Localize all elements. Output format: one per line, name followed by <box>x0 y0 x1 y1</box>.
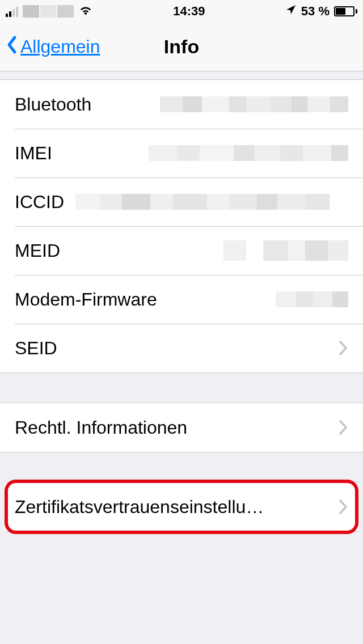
group-spacer <box>0 71 363 79</box>
cert-group: Zertifikatsvertrauenseinstellu… <box>5 482 358 532</box>
info-group: Bluetooth IMEI ICCID MEID Modem-Firmware <box>0 79 363 373</box>
highlighted-row-wrap: Zertifikatsvertrauenseinstellu… <box>0 482 363 532</box>
cellular-signal-icon <box>6 6 18 17</box>
group-spacer <box>0 373 363 402</box>
row-label: IMEI <box>15 143 52 164</box>
row-label: Modem-Firmware <box>15 289 157 310</box>
row-legal[interactable]: Rechtl. Informationen <box>0 403 363 452</box>
value-redacted <box>276 291 348 307</box>
carrier-redacted <box>23 5 74 18</box>
content: Bluetooth IMEI ICCID MEID Modem-Firmware <box>0 71 363 644</box>
row-label: MEID <box>15 240 60 261</box>
status-right: 53 % <box>285 4 357 19</box>
wifi-icon <box>78 4 93 19</box>
row-bluetooth: Bluetooth <box>0 80 363 129</box>
value-redacted <box>223 240 348 261</box>
chevron-right-icon <box>338 498 348 515</box>
location-icon <box>285 4 297 19</box>
legal-group: Rechtl. Informationen <box>0 402 363 452</box>
row-label: SEID <box>15 338 57 359</box>
group-spacer <box>0 532 363 540</box>
row-label: Zertifikatsvertrauenseinstellu… <box>15 497 264 518</box>
back-button[interactable]: Allgemein <box>0 35 100 59</box>
chevron-left-icon <box>6 35 18 59</box>
status-left <box>6 4 93 19</box>
status-bar: 14:39 53 % <box>0 0 363 23</box>
chevron-right-icon <box>338 419 348 436</box>
chevron-right-icon <box>338 340 348 357</box>
battery-percent: 53 % <box>301 4 330 19</box>
row-imei: IMEI <box>0 129 363 177</box>
row-label: Rechtl. Informationen <box>15 417 187 438</box>
value-redacted <box>149 145 348 161</box>
row-label: Bluetooth <box>15 94 91 115</box>
row-label: ICCID <box>15 192 64 213</box>
row-modem-firmware: Modem-Firmware <box>0 275 363 324</box>
group-spacer <box>0 452 363 482</box>
value-redacted <box>75 194 330 210</box>
back-label: Allgemein <box>20 36 100 57</box>
value-redacted <box>160 96 348 112</box>
row-seid[interactable]: SEID <box>0 324 363 372</box>
status-time: 14:39 <box>93 4 285 19</box>
row-iccid: ICCID <box>0 177 363 226</box>
battery-icon <box>334 6 357 16</box>
row-cert-trust[interactable]: Zertifikatsvertrauenseinstellu… <box>5 482 358 531</box>
row-meid: MEID <box>0 226 363 275</box>
nav-bar: Allgemein Info <box>0 23 363 71</box>
